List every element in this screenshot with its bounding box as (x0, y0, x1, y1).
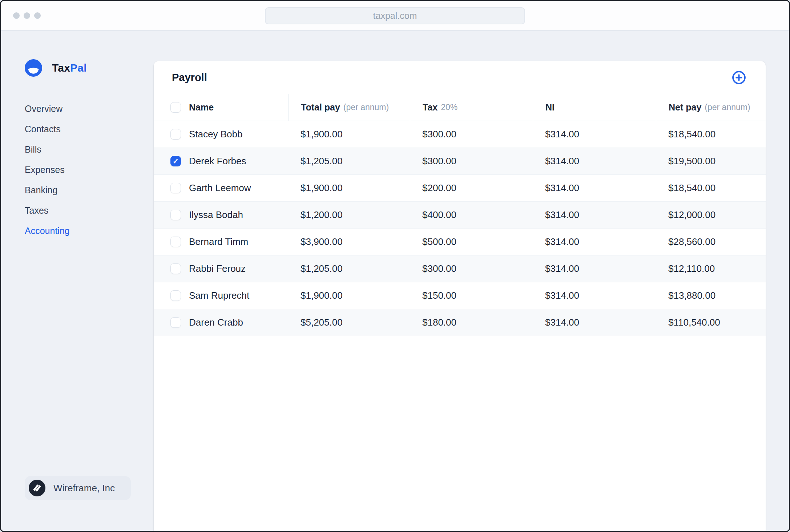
table-row: Rabbi Ferouz $1,205.00 $300.00 $314.00 $… (154, 255, 766, 282)
net-pay-value: $12,000.00 (656, 202, 766, 228)
taxpal-logo[interactable]: TaxPal (25, 59, 154, 77)
total-pay-value: $1,200.00 (288, 202, 410, 228)
plus-circle-icon (731, 70, 746, 85)
sidebar-item-taxes[interactable]: Taxes (25, 200, 154, 221)
table-row: Daren Crabb $5,205.00 $180.00 $314.00 $1… (154, 309, 766, 336)
window-control-dot[interactable] (24, 12, 30, 19)
employee-name: Stacey Bobb (189, 129, 242, 140)
employee-name: Derek Forbes (189, 156, 246, 167)
net-pay-value: $110,540.00 (656, 309, 766, 336)
employee-name: Daren Crabb (189, 317, 243, 328)
total-pay-value: $5,205.00 (288, 309, 410, 336)
row-checkbox[interactable] (170, 263, 181, 274)
table-row: Garth Leemow $1,900.00 $200.00 $314.00 $… (154, 175, 766, 202)
table-row: Bernard Timm $3,900.00 $500.00 $314.00 $… (154, 229, 766, 255)
ni-value: $314.00 (533, 309, 656, 336)
row-checkbox[interactable] (170, 129, 181, 140)
header-cell-tax: Tax 20% (410, 94, 533, 121)
select-all-checkbox[interactable] (170, 102, 181, 113)
header-cell-name: Name (154, 94, 288, 121)
net-pay-value: $13,880.00 (656, 282, 766, 309)
brand-name: TaxPal (52, 62, 87, 74)
main-area: Payroll Name Total pay (154, 31, 789, 531)
employee-name: Garth Leemow (189, 182, 251, 194)
row-checkbox[interactable] (170, 156, 181, 166)
header-cell-ni: NI (533, 94, 656, 121)
net-pay-value: $18,540.00 (656, 121, 766, 148)
url-bar[interactable]: taxpal.com (265, 7, 525, 24)
employee-name: Bernard Timm (189, 236, 248, 247)
row-checkbox[interactable] (170, 183, 181, 193)
net-pay-value: $28,560.00 (656, 229, 766, 255)
total-pay-value: $1,900.00 (288, 175, 410, 201)
table-row: Ilyssa Bodah $1,200.00 $400.00 $314.00 $… (154, 202, 766, 229)
window-control-dot[interactable] (34, 12, 41, 19)
taxpal-logo-icon (25, 59, 42, 77)
header-cell-total-pay: Total pay (per annum) (288, 94, 410, 121)
employee-name: Ilyssa Bodah (189, 209, 243, 221)
net-pay-value: $18,540.00 (656, 175, 766, 201)
ni-value: $314.00 (533, 148, 656, 174)
employee-name: Sam Ruprecht (189, 290, 249, 301)
total-pay-value: $1,900.00 (288, 121, 410, 148)
tax-value: $150.00 (410, 282, 533, 309)
tax-value: $180.00 (410, 309, 533, 336)
table-header-row: Name Total pay (per annum) Tax 20% NI Ne (154, 94, 766, 121)
window-control-dot[interactable] (13, 12, 20, 19)
sidebar-item-banking[interactable]: Banking (25, 180, 154, 200)
ni-value: $314.00 (533, 202, 656, 228)
tax-value: $200.00 (410, 175, 533, 201)
row-checkbox[interactable] (170, 317, 181, 328)
tax-value: $300.00 (410, 148, 533, 174)
sidebar-nav: Overview Contacts Bills Expenses Banking… (25, 98, 154, 241)
tax-value: $500.00 (410, 229, 533, 255)
browser-chrome: taxpal.com (1, 1, 789, 31)
row-checkbox[interactable] (170, 210, 181, 220)
sidebar-item-contacts[interactable]: Contacts (25, 119, 154, 139)
sidebar-item-expenses[interactable]: Expenses (25, 160, 154, 180)
total-pay-value: $1,900.00 (288, 282, 410, 309)
browser-window: taxpal.com TaxPal Overview Contacts Bill… (0, 0, 790, 532)
employee-name: Rabbi Ferouz (189, 263, 246, 274)
ni-value: $314.00 (533, 121, 656, 148)
sidebar-item-accounting[interactable]: Accounting (25, 221, 154, 241)
ni-value: $314.00 (533, 282, 656, 309)
header-cell-net-pay: Net pay (per annum) (656, 94, 766, 121)
tax-value: $300.00 (410, 255, 533, 282)
table-row: Stacey Bobb $1,900.00 $300.00 $314.00 $1… (154, 121, 766, 148)
tax-value: $300.00 (410, 121, 533, 148)
sidebar: TaxPal Overview Contacts Bills Expenses … (1, 31, 154, 531)
ni-value: $314.00 (533, 229, 656, 255)
ni-value: $314.00 (533, 175, 656, 201)
wireframe-logo-icon (29, 480, 45, 496)
total-pay-value: $1,205.00 (288, 255, 410, 282)
row-checkbox[interactable] (170, 237, 181, 247)
url-text: taxpal.com (373, 11, 417, 21)
add-payroll-button[interactable] (731, 70, 746, 85)
window-controls[interactable] (13, 12, 41, 19)
table-row: Derek Forbes $1,205.00 $300.00 $314.00 $… (154, 148, 766, 175)
row-checkbox[interactable] (170, 290, 181, 301)
org-switcher[interactable]: Wireframe, Inc (25, 476, 131, 500)
net-pay-value: $19,500.00 (656, 148, 766, 174)
total-pay-value: $3,900.00 (288, 229, 410, 255)
sidebar-item-bills[interactable]: Bills (25, 139, 154, 160)
app-content: TaxPal Overview Contacts Bills Expenses … (1, 31, 789, 531)
card-header: Payroll (154, 61, 766, 94)
table-row: Sam Ruprecht $1,900.00 $150.00 $314.00 $… (154, 282, 766, 309)
total-pay-value: $1,205.00 (288, 148, 410, 174)
tax-value: $400.00 (410, 202, 533, 228)
org-name: Wireframe, Inc (53, 483, 115, 494)
sidebar-item-overview[interactable]: Overview (25, 98, 154, 119)
payroll-card: Payroll Name Total pay (154, 61, 766, 532)
net-pay-value: $12,110.00 (656, 255, 766, 282)
page-title: Payroll (172, 72, 207, 84)
ni-value: $314.00 (533, 255, 656, 282)
